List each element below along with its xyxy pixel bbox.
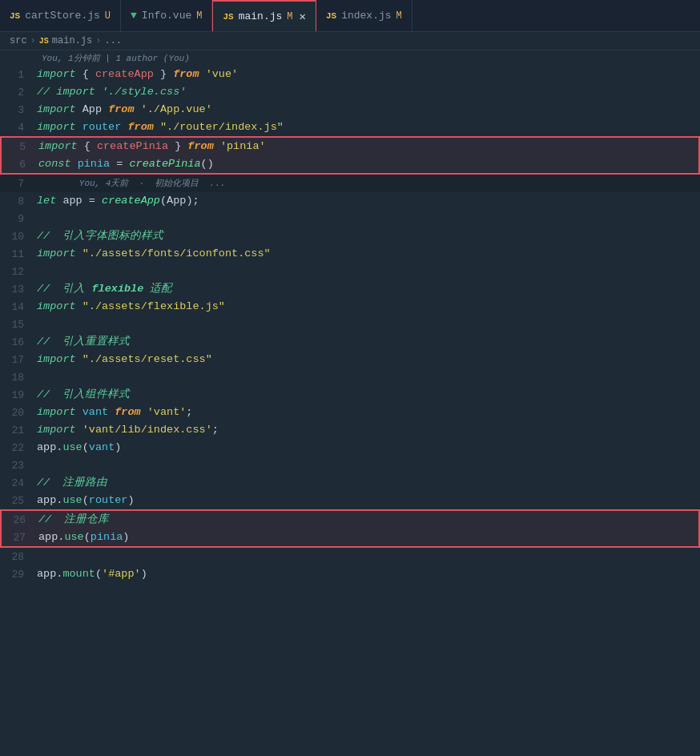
tab-label: Info.vue [142,10,191,22]
code-line: 20 import vant from 'vant'; [0,404,700,421]
line-content: import vant from 'vant'; [34,404,700,421]
line-number: 29 [0,569,34,581]
breadcrumb-sep: › [30,35,36,46]
line-content: app.mount('#app') [34,565,700,583]
code-area: 1 import { createApp } from 'vue' 2 // i… [0,66,700,583]
code-line: 16 // 引入重置样式 [0,333,700,351]
line-content: const pinia = createPinia() [35,155,698,173]
line-content: import "./assets/reset.css" [34,351,700,368]
line-content: import { createPinia } from 'pinia' [35,138,698,155]
line-number: 12 [0,266,34,278]
line-number: 2 [0,86,34,99]
line-content: app.use(pinia) [35,529,698,546]
js-icon-small: JS [39,37,49,46]
line-number: 14 [0,301,34,313]
code-line: 3 import App from './App.vue' [0,101,700,119]
code-line: 25 app.use(router) [0,492,700,509]
git-blame: You, 1分钟前 | 1 author (You) [0,50,700,66]
line-content: // import './style.css' [34,83,700,101]
line-content: import 'vant/lib/index.css'; [34,421,700,439]
code-line: 6 const pinia = createPinia() [2,155,698,173]
line-content: import { createApp } from 'vue' [34,66,700,83]
code-line: 23 [0,456,700,474]
line-number: 26 [2,514,35,526]
tab-mainjs[interactable]: JS main.js M ✕ [212,0,316,31]
js-icon: JS [326,11,336,21]
breadcrumb-src: src [10,35,27,46]
code-line: 26 // 注册仓库 [2,511,698,529]
js-icon: JS [223,12,233,22]
line-number: 24 [0,477,34,489]
line-number: 21 [0,424,34,436]
line-content [34,263,700,280]
line-content [34,548,700,565]
code-line: 10 // 引入字体图标的样式 [0,227,700,245]
line-content [34,456,700,474]
code-line: 15 [0,316,700,333]
line-number: 5 [2,141,35,153]
code-line: 11 import "./assets/fonts/iconfont.css" [0,245,700,263]
line-content: import router from "./router/index.js" [34,119,700,136]
line-number: 8 [0,195,34,207]
js-icon: JS [10,11,20,21]
line-content [34,316,700,333]
tab-modifier: M [396,10,402,22]
code-line: 14 import "./assets/flexible.js" [0,298,700,316]
line-number: 22 [0,442,34,454]
tab-modifier: U [105,10,111,22]
line-number: 13 [0,284,34,296]
breadcrumb: src › JS main.js › ... [0,32,700,50]
code-line-git: 7 You, 4天前 · 初始化项目 ... [0,175,700,192]
line-content: let app = createApp(App); [34,192,700,210]
code-line: 8 let app = createApp(App); [0,192,700,210]
line-number: 10 [0,231,34,243]
code-line: 22 app.use(vant) [0,439,700,456]
line-number: 11 [0,248,34,260]
tab-indexjs[interactable]: JS index.js M [316,0,412,31]
line-content: // 引入字体图标的样式 [34,227,700,245]
close-icon[interactable]: ✕ [299,10,305,23]
line-number: 7 [0,178,34,190]
code-line: 17 import "./assets/reset.css" [0,351,700,368]
tab-modifier: M [196,10,202,22]
line-content [34,210,700,227]
line-number: 25 [0,495,34,507]
line-content: import "./assets/flexible.js" [34,298,700,316]
vue-icon: ▼ [131,10,137,22]
line-content: // 注册仓库 [35,511,698,529]
code-line: 13 // 引入 flexible 适配 [0,280,700,298]
tab-label: index.js [341,10,391,22]
code-line: 2 // import './style.css' [0,83,700,101]
line-content: // 引入重置样式 [34,333,700,351]
line-content: app.use(router) [34,492,700,509]
line-number: 9 [0,213,34,225]
line-number: 19 [0,389,34,401]
line-content: import App from './App.vue' [34,101,700,119]
line-number: 18 [0,372,34,384]
line-number: 4 [0,122,34,134]
highlight-block-pinia: 5 import { createPinia } from 'pinia' 6 … [0,136,700,175]
code-line: 24 // 注册路由 [0,474,700,492]
code-line: 9 [0,210,700,227]
line-content: // 引入组件样式 [34,386,700,404]
line-number: 27 [2,532,35,544]
tab-cartstorejs[interactable]: JS cartStore.js U [0,0,121,31]
tab-label: main.js [239,10,283,22]
code-line: 21 import 'vant/lib/index.css'; [0,421,700,439]
code-line: 12 [0,263,700,280]
breadcrumb-file: main.js [52,35,92,46]
line-number: 28 [0,551,34,563]
line-number: 3 [0,104,34,116]
tab-infovue[interactable]: ▼ Info.vue M [121,0,212,31]
line-number: 6 [2,159,35,171]
line-content: app.use(vant) [34,439,700,456]
line-content: import "./assets/fonts/iconfont.css" [34,245,700,263]
code-line: 1 import { createApp } from 'vue' [0,66,700,83]
tab-bar: JS cartStore.js U ▼ Info.vue M JS main.j… [0,0,700,32]
code-line: 28 [0,548,700,565]
line-number: 16 [0,336,34,348]
line-content [34,368,700,386]
code-line: 18 [0,368,700,386]
line-content: // 引入 flexible 适配 [34,280,700,298]
line-content: // 注册路由 [34,474,700,492]
